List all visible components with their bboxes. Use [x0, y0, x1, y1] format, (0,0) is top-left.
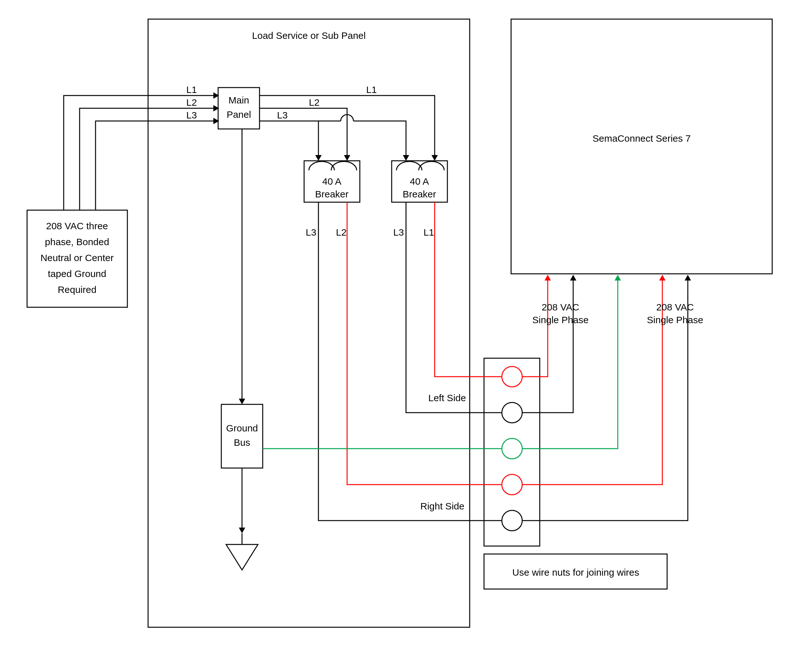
terminal-1-red [502, 366, 522, 387]
terminal-3-green [502, 438, 522, 459]
sema-box [511, 19, 772, 274]
arrow-sema-L-black [570, 275, 576, 281]
power-left-line1: 208 VAC [541, 302, 579, 312]
label-main-L3: L3 [277, 110, 287, 120]
earth-symbol [226, 544, 258, 570]
ground-bus-line1: Ground [226, 423, 258, 433]
arrow-sema-R-black [685, 275, 691, 281]
wire-main-L3a [259, 121, 318, 156]
source-line2: phase, Bonded [45, 237, 109, 247]
ground-bus-line2: Bus [234, 437, 250, 448]
breaker2-out-L3: L3 [393, 227, 404, 237]
wiring-diagram: Load Service or Sub Panel 208 VAC three … [0, 0, 812, 668]
arrow-main-to-ground [239, 399, 245, 404]
label-main-L1: L1 [366, 84, 377, 95]
arrow-ground-down [239, 528, 245, 533]
breaker1-out-L3: L3 [306, 227, 316, 237]
right-side-label: Right Side [420, 501, 464, 511]
ground-bus-box [221, 404, 263, 468]
arrow-main-L3b [403, 155, 409, 161]
sema-title: SemaConnect Series 7 [593, 133, 691, 144]
arrow-sema-L-red [545, 275, 551, 281]
breaker2-out-L1: L1 [424, 227, 434, 237]
terminal-5-black [502, 510, 522, 531]
source-line5: Required [58, 284, 97, 295]
breaker2-label: Breaker [403, 189, 436, 199]
arrow-sema-green [615, 275, 621, 281]
arrow-main-L3a [315, 155, 322, 161]
main-panel-line1: Main [228, 95, 249, 105]
label-main-L2: L2 [309, 97, 319, 108]
main-panel-line2: Panel [227, 109, 251, 120]
breaker1-label: Breaker [315, 189, 348, 199]
breaker1-rating: 40 A [322, 176, 341, 187]
arrow-main-L2 [344, 155, 350, 161]
wire-main-L3b-seg2 [353, 121, 406, 156]
label-src-L3: L3 [186, 110, 197, 120]
wire-b1-L2-red [347, 202, 502, 484]
terminal-4-red [502, 474, 522, 495]
breaker2-rating: 40 A [410, 176, 429, 187]
power-right-line2: Single Phase [647, 315, 703, 325]
wire-nuts-note: Use wire nuts for joining wires [512, 567, 639, 578]
source-line4: taped Ground [48, 269, 106, 279]
label-src-L2: L2 [186, 97, 197, 108]
arrow-main-L1 [431, 155, 438, 161]
arrow-sema-R-red [659, 275, 665, 281]
wire-main-L2 [259, 108, 347, 156]
wire-sema-L-red [522, 280, 548, 377]
main-panel-box [218, 88, 259, 129]
wire-b2-L3-black [406, 202, 502, 412]
source-line3: Neutral or Center [40, 252, 114, 263]
wire-b2-L1-red [434, 202, 502, 377]
sub-panel-title: Load Service or Sub Panel [252, 30, 366, 41]
terminal-2-black [502, 402, 522, 423]
source-line1: 208 VAC three [46, 220, 108, 231]
wire-src-L2 [80, 108, 213, 210]
left-side-label: Left Side [428, 392, 466, 403]
label-src-L1: L1 [186, 84, 197, 95]
wire-b1-L3-black [318, 202, 502, 521]
power-right-line1: 208 VAC [656, 302, 694, 312]
wire-src-L3 [95, 121, 213, 210]
breaker1-out-L2: L2 [336, 227, 346, 237]
power-left-line2: Single Phase [532, 315, 589, 325]
